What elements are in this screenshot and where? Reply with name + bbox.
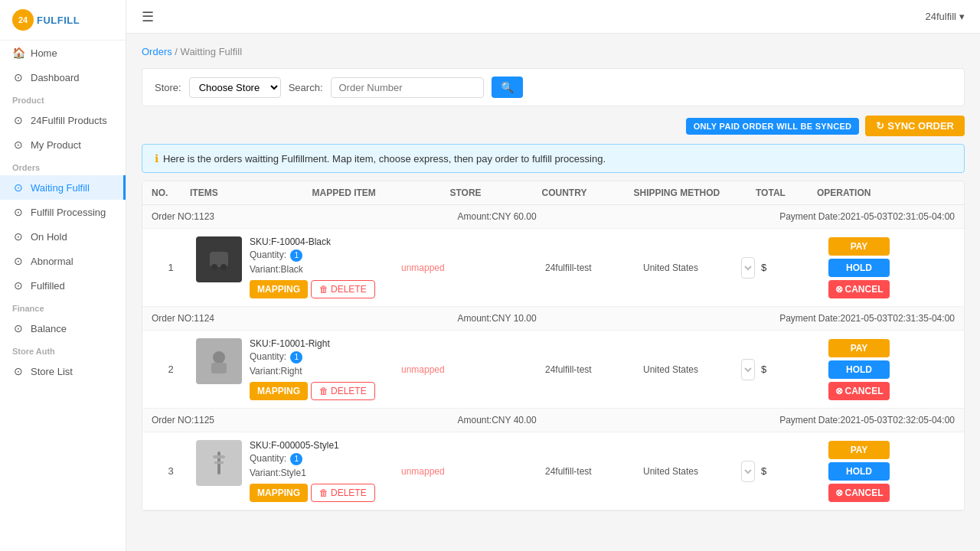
sidebar-item-24fulfill-products[interactable]: ⊙ 24Fulfill Products [0,108,126,132]
total-3: $ [761,465,822,477]
menu-toggle-icon[interactable]: ☰ [142,8,154,25]
sidebar-item-abnormal[interactable]: ⊙ Abnormal [0,249,126,273]
fulfill-processing-icon: ⊙ [12,206,24,218]
store-select[interactable]: Choose Store [189,77,281,98]
sidebar-nav: 🏠 Home ⊙ Dashboard Product ⊙ 24Fulfill P… [0,41,126,383]
hold-button-2[interactable]: HOLD [828,360,890,379]
cancel-button-1[interactable]: ⊗ CANCEL [828,280,890,298]
sidebar-item-dashboard[interactable]: ⊙ Dashboard [0,65,126,90]
quantity-badge-2: 1 [290,351,302,364]
cancel-button-3[interactable]: ⊗ CANCEL [828,484,890,502]
item-image-1 [196,236,242,282]
mapping-button-2[interactable]: MAPPING [250,382,308,400]
breadcrumb-current: Waitting Fulfill [181,46,242,57]
sidebar-item-fulfilled[interactable]: ⊙ Fulfilled [0,273,126,298]
breadcrumb: Orders / Waitting Fulfill [142,46,965,57]
quantity-badge-1: 1 [290,249,302,262]
sidebar-item-balance[interactable]: ⊙ Balance [0,316,126,341]
pay-button-1[interactable]: PAY [828,237,890,256]
svg-point-1 [211,264,217,270]
breadcrumb-parent[interactable]: Orders [142,46,172,57]
main-content: ☰ 24fulfill ▾ Orders / Waitting Fulfill … [126,0,980,551]
operations-2: PAY HOLD ⊗ CANCEL [828,339,965,400]
total-2: $ [761,364,822,375]
col-store: STORE [450,187,542,198]
sidebar-item-home[interactable]: 🏠 Home [0,41,126,65]
col-shipping: SHIPPING METHOD [634,187,756,198]
sidebar: 24 FULFILL 🏠 Home ⊙ Dashboard Product ⊙ … [0,0,126,551]
cancel-icon-3: ⊗ [835,487,843,498]
order-amount-1123: Amount:CNY 60.00 [458,211,537,222]
order-header-1125: Order NO:1125 Amount:CNY 40.00 Payment D… [142,409,964,432]
delete-button-2[interactable]: 🗑 DELETE [311,382,375,400]
fulfilled-icon: ⊙ [12,279,24,292]
item-info-2: SKU:F-10001-Right Quantity: 1 Variant:Ri… [196,338,395,400]
col-no: NO. [152,187,190,198]
info-banner-text: Here is the orders waitting Fulfillment.… [163,153,606,165]
pay-button-2[interactable]: PAY [828,339,890,357]
mapped-status-3: unmapped [401,466,539,477]
order-amount-1124: Amount:CNY 10.00 [458,313,537,324]
sidebar-item-waiting-fulfill[interactable]: ⊙ Waiting Fulfill [0,175,126,200]
item-actions-1: MAPPING 🗑 DELETE [250,280,375,298]
operations-1: PAY HOLD ⊗ CANCEL [828,237,965,298]
sync-order-button[interactable]: ↻ SYNC ORDER [865,116,965,136]
operations-3: PAY HOLD ⊗ CANCEL [828,441,965,502]
mapping-button-1[interactable]: MAPPING [250,280,308,298]
item-no-2: 2 [152,364,190,375]
delete-button-3[interactable]: 🗑 DELETE [311,484,375,502]
info-icon: ℹ [155,152,158,165]
hold-button-3[interactable]: HOLD [828,462,890,481]
info-banner: ℹ Here is the orders waitting Fulfillmen… [142,144,965,173]
shipping-select-3[interactable]: Please choose Express Method [741,461,755,482]
item-details-2: SKU:F-10001-Right Quantity: 1 Variant:Ri… [250,338,375,400]
item-no-3: 3 [152,465,190,477]
order-no-1125: Order NO:1125 [152,415,214,425]
item-image-2 [196,338,242,384]
item-sku-1: SKU:F-10004-Black [250,236,375,247]
sidebar-item-fulfill-processing[interactable]: ⊙ Fulfill Processing [0,200,126,224]
svg-point-3 [213,351,225,364]
col-total: TOTAL [756,187,817,198]
sidebar-item-my-product[interactable]: ⊙ My Product [0,132,126,157]
mapped-status-1: unmapped [401,262,539,273]
item-actions-3: MAPPING 🗑 DELETE [250,484,375,502]
user-menu[interactable]: 24fulfill ▾ [926,11,965,22]
only-paid-button[interactable]: ONLY PAID ORDER WILL BE SYNCED [686,118,860,135]
svg-rect-4 [211,363,227,373]
item-details-3: SKU:F-000005-Style1 Quantity: 1 Variant:… [250,440,375,502]
search-label: Search: [289,82,323,93]
search-input[interactable] [331,77,484,98]
order-group-1125: Order NO:1125 Amount:CNY 40.00 Payment D… [142,409,964,510]
order-header-1124: Order NO:1124 Amount:CNY 10.00 Payment D… [142,307,964,331]
store-name-1: 24fulfill-test [545,262,637,273]
sidebar-item-store-list[interactable]: ⊙ Store List [0,359,126,383]
sidebar-section-product: Product [0,90,126,108]
cancel-button-2[interactable]: ⊗ CANCEL [828,382,890,400]
shipping-cell-2: Please choose Express Method [741,359,755,380]
country-2: United States [643,364,735,375]
svg-point-2 [220,264,227,270]
shipping-cell-1: Please choose Express Method [741,257,755,279]
mapping-button-3[interactable]: MAPPING [250,484,308,502]
search-button[interactable]: 🔍 [492,77,523,98]
shipping-select-1[interactable]: Please choose Express Method [741,257,755,279]
store-label: Store: [155,82,181,93]
hold-button-1[interactable]: HOLD [828,259,890,277]
item-quantity-1: Quantity: 1 [250,249,375,262]
delete-icon-1: 🗑 [319,284,328,295]
item-actions-2: MAPPING 🗑 DELETE [250,382,375,400]
total-1: $ [761,262,822,273]
shipping-select-2[interactable]: Please choose Express Method [741,359,755,380]
delete-icon-2: 🗑 [319,386,328,396]
order-payment-date-1123: Payment Date:2021-05-03T02:31:05-04:00 [779,211,955,222]
waiting-fulfill-icon: ⊙ [12,181,24,194]
order-payment-date-1124: Payment Date:2021-05-03T02:31:35-04:00 [779,313,955,324]
orders-table: NO. ITEMS MAPPED ITEM STORE COUNTRY SHIP… [142,181,965,511]
dashboard-icon: ⊙ [12,71,24,83]
pay-button-3[interactable]: PAY [828,441,890,459]
order-amount-1125: Amount:CNY 40.00 [458,415,537,425]
delete-button-1[interactable]: 🗑 DELETE [311,280,375,298]
sidebar-item-on-hold[interactable]: ⊙ On Hold [0,224,126,249]
cancel-icon-2: ⊗ [835,386,843,396]
